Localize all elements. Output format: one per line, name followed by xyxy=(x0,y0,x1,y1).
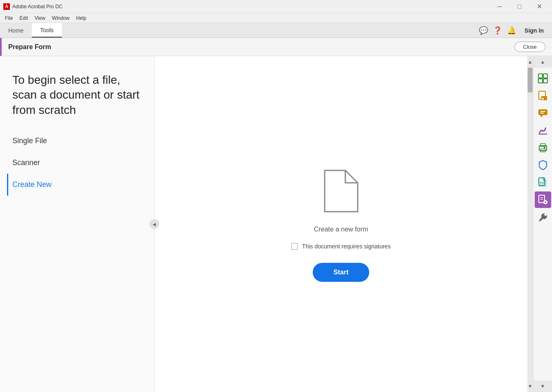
tab-bar: Home Tools 💬 ❓ 🔔 Sign In xyxy=(0,23,552,38)
toolbar: Prepare Form Close xyxy=(0,38,552,56)
main-heading: To begin select a file, scan a document … xyxy=(0,64,154,130)
center-panel: Create a new form This document requires… xyxy=(155,56,527,392)
scroll-track[interactable] xyxy=(527,68,533,380)
app-icon: A xyxy=(3,3,10,10)
svg-rect-7 xyxy=(538,109,547,115)
source-single-file[interactable]: Single File xyxy=(12,130,154,152)
menu-help[interactable]: Help xyxy=(73,14,90,22)
export-svg-icon xyxy=(538,90,548,101)
scan-svg-icon xyxy=(538,142,548,153)
sidebar-icon-tools[interactable] xyxy=(535,209,551,225)
sidebar-icon-comment[interactable] xyxy=(535,105,551,121)
svg-point-15 xyxy=(544,147,545,149)
toolbar-title: Prepare Form xyxy=(8,43,514,51)
svg-rect-0 xyxy=(538,74,543,78)
maximize-button[interactable]: □ xyxy=(510,0,529,13)
menu-edit[interactable]: Edit xyxy=(16,14,31,22)
svg-rect-5 xyxy=(541,96,547,100)
chat-icon[interactable]: 💬 xyxy=(479,26,488,35)
right-sidebar: ▲ xyxy=(533,56,552,392)
tab-bar-actions: 💬 ❓ 🔔 Sign In xyxy=(474,23,552,38)
shield-svg-icon xyxy=(538,160,548,170)
sidebar-icon-prepare-form[interactable] xyxy=(535,191,551,208)
sign-svg-icon xyxy=(538,125,548,136)
form-svg-icon xyxy=(538,73,548,84)
tools-svg-icon xyxy=(538,212,548,222)
sidebar-icon-scan[interactable] xyxy=(535,139,551,156)
notification-icon[interactable]: 🔔 xyxy=(507,26,516,35)
svg-text:PDF: PDF xyxy=(540,182,545,184)
svg-rect-2 xyxy=(538,79,543,83)
sidebar-icon-shield[interactable] xyxy=(535,157,551,173)
sidebar-scroll-down[interactable]: ▼ xyxy=(533,380,552,392)
close-window-button[interactable]: ✕ xyxy=(530,0,549,13)
menu-file[interactable]: File xyxy=(2,14,16,22)
close-button[interactable]: Close xyxy=(514,42,545,52)
new-file-icon xyxy=(321,166,362,216)
tab-tools[interactable]: Tools xyxy=(32,23,62,38)
svg-rect-1 xyxy=(543,74,547,78)
app-title: Adobe Acrobat Pro DC xyxy=(12,4,490,9)
menu-view[interactable]: View xyxy=(31,14,49,22)
pdf-svg-icon: PDF xyxy=(538,177,548,188)
start-button[interactable]: Start xyxy=(313,263,369,282)
create-form-label: Create a new form xyxy=(314,226,368,233)
sign-in-button[interactable]: Sign In xyxy=(521,26,547,35)
source-scanner[interactable]: Scanner xyxy=(12,152,154,174)
help-icon[interactable]: ❓ xyxy=(493,26,502,35)
signatures-checkbox-row: This document requires signatures xyxy=(291,243,391,250)
sidebar-icon-form[interactable] xyxy=(535,70,551,87)
tab-home[interactable]: Home xyxy=(0,23,32,38)
menu-window[interactable]: Window xyxy=(49,14,73,22)
title-bar: A Adobe Acrobat Pro DC ─ □ ✕ xyxy=(0,0,552,13)
sidebar-scroll-up[interactable]: ▲ xyxy=(533,56,552,68)
collapse-panel-button[interactable]: ◀ xyxy=(149,219,159,229)
signatures-label: This document requires signatures xyxy=(302,243,391,250)
menu-bar: File Edit View Window Help xyxy=(0,13,552,23)
sidebar-icons: PDF xyxy=(535,68,551,380)
scroll-up-button[interactable]: ▲ xyxy=(527,56,533,68)
sidebar-icon-export[interactable] xyxy=(535,87,551,104)
signatures-checkbox[interactable] xyxy=(291,243,298,250)
svg-rect-3 xyxy=(543,79,547,83)
main-content: To begin select a file, scan a document … xyxy=(0,56,552,392)
sidebar-icon-sign[interactable] xyxy=(535,122,551,139)
comment-svg-icon xyxy=(538,108,548,118)
scroll-thumb[interactable] xyxy=(528,68,533,92)
source-list: Single File Scanner Create New xyxy=(0,130,154,196)
prepare-form-svg-icon xyxy=(538,194,548,205)
svg-point-25 xyxy=(539,220,540,221)
scroll-down-button[interactable]: ▼ xyxy=(527,380,533,392)
left-panel: To begin select a file, scan a document … xyxy=(0,56,155,392)
source-create-new[interactable]: Create New xyxy=(7,174,154,196)
file-icon-container xyxy=(321,166,362,217)
window-controls: ─ □ ✕ xyxy=(490,0,549,13)
minimize-button[interactable]: ─ xyxy=(490,0,509,13)
sidebar-icon-pdf[interactable]: PDF xyxy=(535,174,551,191)
svg-marker-8 xyxy=(540,115,543,118)
scrollbar[interactable]: ▲ ▼ xyxy=(527,56,533,392)
